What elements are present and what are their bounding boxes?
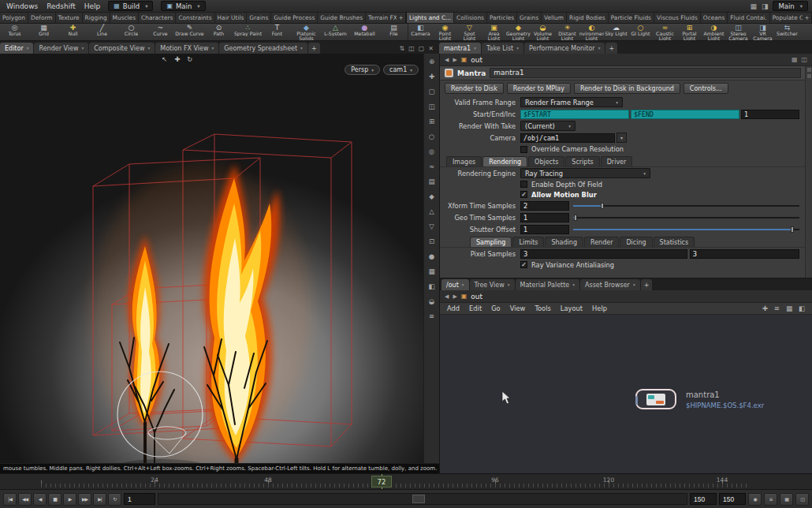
menu-item[interactable]: Add — [447, 304, 460, 312]
display-option-icon[interactable]: ⊞ — [429, 117, 434, 127]
network-tool-icon[interactable]: ◧ — [799, 304, 805, 312]
shelf-tab[interactable]: Polygon — [0, 13, 28, 23]
param-tab[interactable]: Sampling — [470, 237, 512, 247]
pane-tab[interactable]: Performance Monitor — [524, 43, 605, 54]
param-tab[interactable]: Dicing — [620, 237, 652, 247]
network-tool-icon[interactable]: ✚ — [762, 304, 768, 312]
geo-samples-input[interactable] — [520, 213, 569, 222]
display-option-icon[interactable]: ○ — [429, 132, 434, 142]
start-frame-input[interactable] — [520, 110, 629, 119]
scene-viewport[interactable]: ↖✚↻ Persp cam1 ⊕✚▢◫⊞○◎≈▤◆△▽⊡●▦◧◒≡ mouse … — [0, 54, 439, 473]
panes-icon[interactable]: ▦ — [750, 2, 757, 10]
shelf-tab[interactable]: Lights and C... — [407, 13, 454, 23]
pane-tab[interactable]: Take List — [482, 43, 523, 54]
pane-control-icon[interactable]: ✕ — [428, 45, 434, 52]
menu-item[interactable]: Redshift — [47, 2, 76, 10]
shutter-offset-input[interactable] — [520, 225, 569, 234]
playbar-option-button[interactable]: ◉ — [748, 493, 762, 506]
forward-icon[interactable]: ▶ — [453, 293, 456, 300]
camera-path-input[interactable] — [520, 133, 615, 143]
geo-samples-slider[interactable] — [573, 214, 799, 221]
display-option-icon[interactable]: ▢ — [428, 87, 434, 97]
render-button[interactable]: Render to Disk in Background — [574, 83, 680, 94]
shelf-tab[interactable]: Collisions — [454, 13, 487, 23]
shelf-tool[interactable]: ◉ Point Light — [433, 24, 457, 40]
pane-splitter[interactable] — [440, 270, 812, 278]
display-option-icon[interactable]: ▤ — [428, 177, 434, 187]
pane-tab-add-network[interactable]: + — [641, 279, 653, 290]
menu-item[interactable]: Edit — [469, 304, 482, 312]
shelf-tool[interactable]: ◨ VR Camera — [751, 24, 775, 40]
slider-handle[interactable] — [574, 215, 577, 221]
shelf-tool[interactable]: ● Metaball — [350, 24, 379, 40]
display-option-icon[interactable]: ◒ — [429, 297, 434, 307]
shelf-tool[interactable]: ◆ Geometry Light — [506, 24, 531, 40]
transport-button[interactable]: ▶ — [63, 493, 76, 506]
pane-tab[interactable]: Editor — [0, 43, 33, 54]
pane-tab[interactable]: mantra1 — [439, 43, 481, 54]
menu-item[interactable]: View — [510, 304, 526, 312]
shelf-tool[interactable]: ▤ File — [379, 24, 408, 40]
network-tool-icon[interactable]: ▦ — [786, 304, 792, 312]
display-option-icon[interactable]: ◧ — [428, 282, 434, 292]
shelf-tab[interactable]: Hair Utils — [215, 13, 248, 23]
shelf-tab[interactable]: Viscous Fluids — [654, 13, 701, 23]
shelf-tool[interactable]: ○ GI Light — [628, 24, 653, 40]
shelf-tab[interactable]: Grains — [247, 13, 271, 23]
shelf-tab[interactable]: Rigid Bodies — [567, 13, 609, 23]
shelf-tool[interactable]: ▽ Spot Light — [457, 24, 482, 40]
shelf-tool[interactable]: ⇆ Switcher — [775, 24, 799, 40]
frame-range-handle[interactable] — [412, 495, 425, 503]
back-icon[interactable]: ◀ — [445, 293, 449, 300]
pane-control-icon[interactable]: ◫ — [408, 45, 415, 52]
shelf-tool[interactable]: T Font — [263, 24, 292, 40]
display-option-icon[interactable]: △ — [429, 207, 434, 217]
menu-item[interactable]: Help — [84, 2, 101, 10]
breadcrumb-path[interactable]: out — [471, 293, 482, 301]
viewport-tool-icon[interactable]: ↻ — [187, 55, 192, 63]
shelf-tool[interactable]: △ L-System — [321, 24, 350, 40]
valid-frame-range-select[interactable]: Render Frame Range — [520, 97, 623, 107]
node-flag[interactable] — [635, 396, 638, 405]
network-tool-icon[interactable]: ≡ — [774, 304, 780, 312]
shelf-tab[interactable]: Deform — [28, 13, 55, 23]
param-tab[interactable]: Scripts — [565, 156, 599, 166]
global-end-frame-field[interactable] — [719, 493, 746, 505]
param-tab[interactable]: Driver — [601, 156, 633, 166]
shelf-tool[interactable]: ∴ Spray Paint — [233, 24, 263, 40]
shelf-tab[interactable]: Constraints — [176, 13, 214, 23]
override-resolution-checkbox[interactable] — [520, 146, 527, 153]
display-option-icon[interactable]: ≈ — [429, 162, 434, 172]
display-option-icon[interactable]: ≡ — [429, 312, 434, 322]
menu-item[interactable]: Tools — [535, 304, 550, 312]
display-option-icon[interactable]: ◆ — [429, 192, 434, 202]
display-option-icon[interactable]: ◫ — [428, 102, 434, 112]
transport-button[interactable]: ▶▶ — [78, 493, 91, 506]
shelf-tool[interactable]: ◎ Torus — [0, 24, 29, 40]
param-tab[interactable]: Rendering — [482, 156, 527, 166]
viewport-tool-icon[interactable]: ✚ — [174, 55, 180, 63]
display-option-icon[interactable]: ⊡ — [429, 237, 434, 247]
playbar-option-button[interactable]: ▦ — [780, 493, 793, 506]
pane-tab[interactable]: Render View — [34, 43, 88, 54]
transport-button[interactable]: ◀◀ — [18, 493, 32, 506]
param-scrollbar[interactable] — [805, 66, 812, 278]
pane-tab[interactable]: Composite View — [89, 43, 155, 54]
shelf-tab[interactable]: Fluid Contai. — [728, 13, 769, 23]
breadcrumb-path[interactable]: out — [471, 56, 482, 64]
shelf-tab[interactable]: Rigging — [83, 13, 110, 23]
shelf-tool[interactable]: ◆ Platonic Solids — [292, 24, 321, 40]
display-option-icon[interactable]: ◎ — [429, 147, 434, 157]
shelf-tool[interactable]: ≈ Caustic Light — [653, 24, 677, 40]
shelf-tab-add-right[interactable]: + — [803, 13, 812, 23]
shutter-offset-slider[interactable] — [573, 226, 799, 233]
back-icon[interactable]: ◀ — [445, 57, 449, 63]
transport-button[interactable]: |◀ — [3, 493, 17, 506]
param-tab[interactable]: Limits — [512, 237, 544, 247]
camera-selector[interactable]: cam1 — [383, 65, 419, 75]
param-tab[interactable]: Render — [584, 237, 619, 247]
param-tab[interactable]: Shading — [545, 237, 583, 247]
shelf-tab[interactable]: Muscles — [110, 13, 139, 23]
pane-tab[interactable]: Motion FX View — [155, 43, 218, 54]
shelf-tab[interactable]: Vellum — [542, 13, 567, 23]
